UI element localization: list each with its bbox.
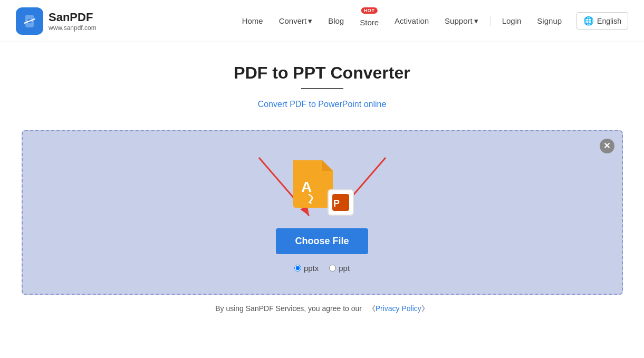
format-radio-group: pptx ppt (294, 264, 350, 273)
svg-text:P: P (333, 198, 340, 209)
radio-ppt[interactable]: ppt (329, 264, 350, 273)
footer-note: By using SanPDF Services, you agree to o… (215, 304, 429, 314)
nav-login[interactable]: Login (496, 12, 528, 30)
logo-name: SanPDF (49, 11, 97, 24)
privacy-policy-link[interactable]: Privacy Policy (376, 304, 421, 313)
file-type-icon: A P (291, 158, 354, 216)
logo-url: www.sanpdf.com (49, 24, 97, 32)
nav-activation[interactable]: Activation (388, 12, 435, 30)
nav-blog[interactable]: Blog (322, 12, 350, 30)
choose-file-button[interactable]: Choose File (276, 228, 368, 254)
nav-convert[interactable]: Convert ▾ (273, 12, 319, 30)
nav-store-wrapper: HOT Store (353, 11, 385, 31)
close-button[interactable]: ✕ (600, 139, 614, 153)
globe-icon: 🌐 (583, 16, 594, 26)
main-content: PDF to PPT Converter Convert PDF to Powe… (0, 42, 644, 324)
nav-home[interactable]: Home (236, 12, 270, 30)
page-title: PDF to PPT Converter (234, 63, 410, 83)
hot-badge: HOT (361, 7, 378, 14)
upload-area: ✕ A (22, 130, 623, 295)
language-label: English (597, 17, 621, 25)
nav-support[interactable]: Support ▾ (438, 12, 485, 30)
page-subtitle: Convert PDF to PowerPoint online (258, 100, 387, 109)
ppt-badge: P (328, 189, 354, 216)
radio-pptx[interactable]: pptx (294, 264, 319, 273)
nav-signup[interactable]: Signup (531, 12, 568, 30)
logo-icon (16, 7, 43, 35)
logo-area[interactable]: SanPDF www.sanpdf.com (16, 7, 97, 35)
title-underline (301, 88, 343, 89)
svg-text:A: A (301, 179, 312, 195)
main-nav: Home Convert ▾ Blog HOT Store Activation… (236, 11, 628, 31)
nav-divider (490, 16, 491, 26)
language-selector[interactable]: 🌐 English (576, 12, 628, 30)
